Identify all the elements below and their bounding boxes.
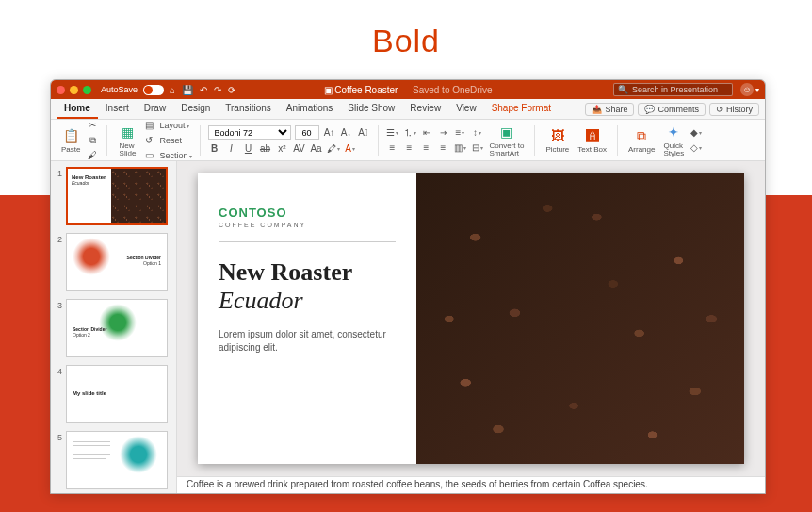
tab-review[interactable]: Review <box>402 99 448 119</box>
text-direction-button[interactable]: ↕ <box>471 126 484 140</box>
search-input[interactable] <box>632 85 726 94</box>
tab-view[interactable]: View <box>448 99 484 119</box>
format-painter-button[interactable]: 🖌 <box>86 149 99 162</box>
slide-thumbnail-1[interactable]: New RoasterEcuador <box>66 167 168 225</box>
slide-thumbnail-4[interactable]: My slide title <box>66 365 168 423</box>
qat-home-icon[interactable]: ⌂ <box>170 85 175 95</box>
reset-button[interactable]: Reset <box>159 136 182 145</box>
account-avatar[interactable]: ☺ <box>740 83 754 96</box>
share-icon: 📤 <box>592 105 602 114</box>
justify-button[interactable]: ≡ <box>437 141 450 155</box>
slide-image-placeholder[interactable] <box>416 173 744 464</box>
bullets-button[interactable]: ☰ <box>386 126 399 140</box>
search-icon: 🔍 <box>618 85 628 94</box>
share-button[interactable]: 📤Share <box>585 103 634 116</box>
slide-title-line1[interactable]: New Roaster <box>219 259 396 287</box>
history-button[interactable]: ↺History <box>709 103 759 116</box>
slide-thumbnail-5[interactable] <box>66 431 168 489</box>
slide-body-text[interactable]: Lorem ipsum dolor sit amet, consectetur … <box>219 328 396 355</box>
quick-styles-icon: ✦ <box>664 123 683 141</box>
align-right-button[interactable]: ≡ <box>420 141 433 155</box>
highlight-button[interactable]: 🖍 <box>327 141 340 155</box>
comments-icon: 💬 <box>644 105 655 114</box>
tab-animations[interactable]: Animations <box>279 99 340 119</box>
font-name-select[interactable]: Bodoni 72 <box>208 125 291 140</box>
autosave-toggle[interactable] <box>143 85 164 95</box>
arrange-button[interactable]: ⧉Arrange <box>625 126 658 154</box>
tab-draw[interactable]: Draw <box>137 99 173 119</box>
divider-line <box>219 241 396 242</box>
search-box[interactable]: 🔍 <box>613 83 733 96</box>
align-center-button[interactable]: ≡ <box>403 141 416 155</box>
qat-refresh-icon[interactable]: ⟳ <box>228 85 235 95</box>
tab-design[interactable]: Design <box>173 99 218 119</box>
slide-canvas-area[interactable]: CONTOSO COFFEE COMPANY New Roaster Ecuad… <box>177 161 765 476</box>
clear-format-button[interactable]: A⃠ <box>357 126 370 140</box>
picture-button[interactable]: 🖼Picture <box>543 126 572 154</box>
italic-button[interactable]: I <box>225 141 238 155</box>
numbering-button[interactable]: ⒈ <box>403 126 416 140</box>
textbox-button[interactable]: 🅰Text Box <box>575 126 609 154</box>
account-caret-icon[interactable]: ▾ <box>755 86 759 94</box>
zoom-window-icon[interactable] <box>83 86 91 94</box>
paste-button[interactable]: 📋 Paste <box>58 126 83 154</box>
strike-button[interactable]: ab <box>259 141 272 155</box>
ribbon-tabs: Home Insert Draw Design Transitions Anim… <box>51 99 765 120</box>
slide-panel[interactable]: 1 New RoasterEcuador 2 Section DividerOp… <box>51 161 177 493</box>
change-case-button[interactable]: Aa <box>310 141 323 155</box>
slide-thumbnail-3[interactable]: Section DividerOption 2 <box>66 299 168 357</box>
subscript-button[interactable]: x² <box>276 141 289 155</box>
font-size-input[interactable] <box>295 125 319 140</box>
tab-insert[interactable]: Insert <box>98 99 137 119</box>
align-text-button[interactable]: ⊟ <box>471 141 484 155</box>
brand-subtitle[interactable]: COFFEE COMPANY <box>219 222 396 228</box>
section-icon: ▭ <box>142 149 155 162</box>
qat-save-icon[interactable]: 💾 <box>182 85 193 95</box>
increase-indent-button[interactable]: ⇥ <box>437 126 450 140</box>
qat-redo-icon[interactable]: ↷ <box>214 85 221 95</box>
columns-button[interactable]: ▥ <box>454 141 467 155</box>
line-spacing-button[interactable]: ≡ <box>454 126 467 140</box>
slide-canvas[interactable]: CONTOSO COFFEE COMPANY New Roaster Ecuad… <box>198 173 744 464</box>
slide-thumbnail-2[interactable]: Section DividerOption 1 <box>66 233 168 291</box>
window-controls[interactable] <box>57 86 91 94</box>
speaker-notes[interactable]: Coffee is a brewed drink prepared from r… <box>177 476 765 493</box>
paste-icon: 📋 <box>61 126 80 145</box>
section-button[interactable]: Section <box>159 151 191 160</box>
shape-fill-button[interactable]: ◆ <box>690 126 703 140</box>
qat-undo-icon[interactable]: ↶ <box>200 85 207 95</box>
new-slide-button[interactable]: ▦ New Slide <box>115 123 139 157</box>
page-heading: Bold <box>0 0 812 76</box>
underline-button[interactable]: U <box>242 141 255 155</box>
quick-styles-button[interactable]: ✦Quick Styles <box>660 123 687 157</box>
ribbon-home: 📋 Paste ✂ ⧉ 🖌 ▦ New Slide ▤Layout ↺Reset… <box>51 120 765 161</box>
new-slide-icon: ▦ <box>118 123 137 141</box>
slide-title-line2[interactable]: Ecuador <box>219 287 396 315</box>
layout-button[interactable]: Layout <box>159 121 188 130</box>
tab-slide-show[interactable]: Slide Show <box>340 99 402 119</box>
align-left-button[interactable]: ≡ <box>386 141 399 155</box>
bold-button[interactable]: B <box>208 141 221 155</box>
tab-transitions[interactable]: Transitions <box>218 99 279 119</box>
increase-font-button[interactable]: A↑ <box>323 126 336 140</box>
titlebar: AutoSave ⌂ 💾 ↶ ↷ ⟳ ▣ Coffee Roaster — Sa… <box>51 80 765 99</box>
picture-icon: 🖼 <box>548 126 567 145</box>
document-title: ▣ Coffee Roaster — Saved to OneDrive <box>324 85 493 95</box>
close-window-icon[interactable] <box>57 86 65 94</box>
minimize-window-icon[interactable] <box>70 86 78 94</box>
tab-shape-format[interactable]: Shape Format <box>484 99 559 119</box>
decrease-indent-button[interactable]: ⇤ <box>420 126 433 140</box>
char-spacing-button[interactable]: AV <box>293 141 306 155</box>
convert-smartart-button[interactable]: ▣ Convert to SmartArt <box>487 123 528 157</box>
textbox-icon: 🅰 <box>583 126 602 145</box>
layout-icon: ▤ <box>142 119 155 132</box>
font-color-button[interactable]: A <box>344 141 357 155</box>
brand-name[interactable]: CONTOSO <box>219 206 396 220</box>
copy-button[interactable]: ⧉ <box>86 134 99 147</box>
tab-home[interactable]: Home <box>57 99 98 119</box>
decrease-font-button[interactable]: A↓ <box>340 126 353 140</box>
comments-button[interactable]: 💬Comments <box>638 103 706 116</box>
cut-button[interactable]: ✂ <box>86 119 99 132</box>
shape-outline-button[interactable]: ◇ <box>690 141 703 155</box>
history-icon: ↺ <box>716 105 723 114</box>
